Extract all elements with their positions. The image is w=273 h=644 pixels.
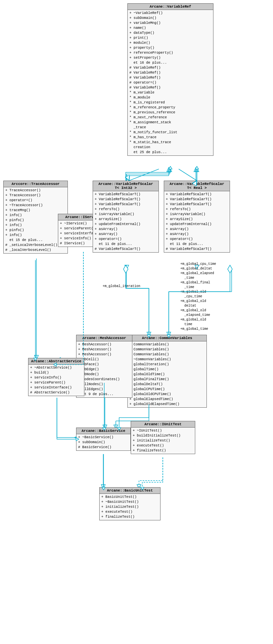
- basicservice-members: + ~BasicService() + subDomain() # BasicS…: [76, 434, 130, 450]
- basicservice-title: Arcane::BasicService: [76, 428, 130, 434]
- svg-marker-10: [168, 167, 172, 172]
- basicunittest-title: Arcane::BasicUnitTest: [100, 488, 160, 494]
- variableref-title: Arcane::VariableRef: [128, 4, 213, 10]
- iittest-members: + ~IUnitTest() + buildInitializeTest() +…: [131, 428, 195, 454]
- svg-marker-3: [167, 167, 171, 172]
- svg-marker-61: [228, 265, 232, 273]
- commonvariables-members: + CommonVariables() + CommonVariables() …: [128, 341, 206, 407]
- uml-diagram: Arcane::VariableRef + ~VariableRef() + s…: [0, 0, 273, 644]
- abstractservice-members: + ~AbstractService() + build() + service…: [28, 365, 84, 396]
- basicservice-box: Arcane::BasicService + ~BasicService() +…: [76, 428, 131, 451]
- svg-line-48: [179, 169, 197, 181]
- commonvariables-title: Arcane::CommonVariables: [128, 335, 206, 341]
- traceaccessor-title: Arccore::TraceAccessor: [4, 181, 68, 187]
- m-global-iteration-label: +m_global_iteration: [103, 284, 140, 288]
- svg-marker-49: [169, 166, 172, 169]
- variablerefscalar-int32-members: + VariableRefScalarT() + VariableRefScal…: [93, 191, 159, 252]
- global-vars-label: +m_global_cpu_time +m_global_deltat +m_g…: [180, 262, 216, 331]
- meshaccessor-members: + MeshAccessor() + MeshAccessor() + Mesh…: [76, 341, 132, 397]
- svg-marker-12: [194, 167, 198, 172]
- svg-marker-6: [195, 167, 199, 172]
- commonvariables-box: Arcane::CommonVariables + CommonVariable…: [127, 335, 207, 408]
- svg-marker-43: [125, 265, 129, 269]
- variableref-members: + ~VariableRef() + subDomain() + variabl…: [128, 10, 213, 155]
- svg-marker-59: [123, 265, 128, 273]
- variablerefscalar-int32-box: Arcane::VariableRefScalarT< Int32 > + Va…: [93, 181, 159, 253]
- variablerefscalar-real-box: Arcane::VariableRefScalarT< Real > + Var…: [164, 181, 230, 253]
- svg-line-47: [129, 169, 159, 181]
- iunittest-box: Arcane::IUnitTest + ~IUnitTest() + build…: [131, 421, 195, 454]
- abstractservice-title: Arcane::AbstractService: [28, 358, 84, 365]
- variablerefscalar-real-title: Arcane::VariableRefScalarT< Real >: [164, 181, 230, 191]
- iittest-title: Arcane::IUnitTest: [131, 421, 195, 428]
- svg-marker-50: [195, 166, 199, 169]
- abstractservice-box: Arcane::AbstractService + ~AbstractServi…: [28, 358, 84, 396]
- basicunittest-box: Arcane::BasicUnitTest + BasicUnitTest() …: [99, 487, 160, 520]
- variablerefscalar-int32-title: Arcane::VariableRefScalarT< Int32 >: [93, 181, 159, 191]
- meshaccessor-box: Arcane::MeshAccessor + MeshAccessor() + …: [76, 335, 132, 398]
- variableref-box: Arcane::VariableRef + ~VariableRef() + s…: [127, 3, 213, 156]
- basicunittest-members: + BasicUnitTest() + ~BasicUnitTest() + i…: [100, 494, 160, 520]
- variablerefscalar-real-members: + VariableRefScalarT() + VariableRefScal…: [164, 191, 230, 252]
- meshaccessor-title: Arcane::MeshAccessor: [76, 335, 132, 341]
